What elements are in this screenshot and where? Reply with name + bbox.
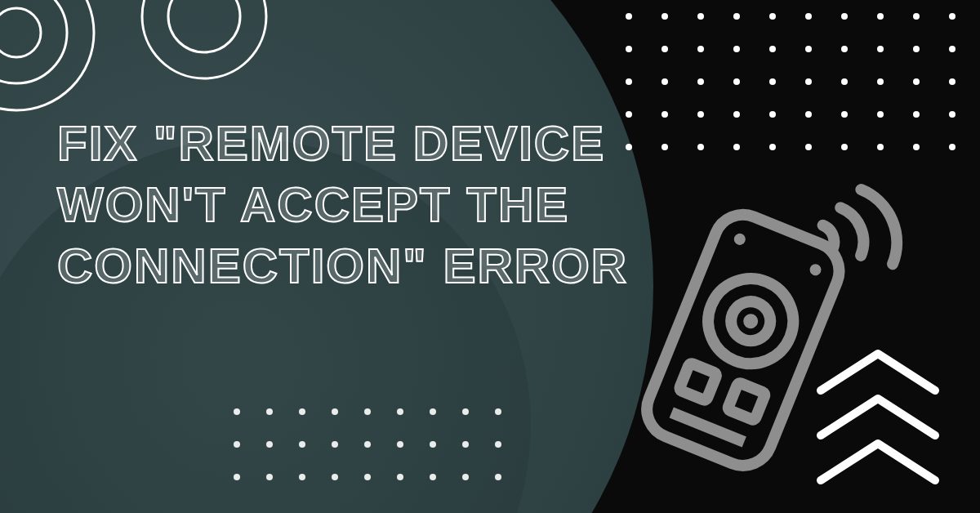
svg-point-1 xyxy=(0,0,67,83)
svg-point-58 xyxy=(332,408,338,415)
svg-point-32 xyxy=(877,78,884,85)
svg-point-54 xyxy=(949,144,956,150)
svg-point-4 xyxy=(168,0,240,52)
svg-point-40 xyxy=(805,111,812,118)
svg-point-23 xyxy=(913,46,920,52)
svg-point-17 xyxy=(697,46,704,52)
svg-point-77 xyxy=(364,474,371,480)
svg-point-14 xyxy=(949,13,956,20)
svg-point-27 xyxy=(697,78,704,85)
svg-point-74 xyxy=(266,474,273,480)
svg-point-33 xyxy=(913,78,920,85)
headline-text: FIX "REMOTE DEVICE WON'T ACCEPT THE CONN… xyxy=(57,113,686,297)
svg-point-38 xyxy=(733,111,740,118)
svg-point-31 xyxy=(841,78,848,85)
svg-point-2 xyxy=(0,8,41,57)
svg-point-67 xyxy=(332,441,338,448)
svg-point-63 xyxy=(495,408,501,415)
svg-point-62 xyxy=(462,408,469,415)
svg-point-12 xyxy=(877,13,884,20)
svg-point-59 xyxy=(364,408,371,415)
svg-point-61 xyxy=(430,408,436,415)
svg-point-6 xyxy=(662,13,668,20)
svg-point-20 xyxy=(805,46,812,52)
svg-point-25 xyxy=(626,78,632,85)
svg-point-79 xyxy=(430,474,436,480)
svg-point-56 xyxy=(266,408,273,415)
svg-point-43 xyxy=(913,111,920,118)
svg-point-22 xyxy=(877,46,884,52)
hero-banner: FIX "REMOTE DEVICE WON'T ACCEPT THE CONN… xyxy=(0,0,980,513)
svg-point-34 xyxy=(949,78,956,85)
svg-point-52 xyxy=(877,144,884,150)
svg-point-21 xyxy=(841,46,848,52)
svg-point-55 xyxy=(234,408,240,415)
svg-point-19 xyxy=(769,46,776,52)
svg-point-71 xyxy=(462,441,469,448)
svg-point-8 xyxy=(733,13,740,20)
concentric-rings-icon xyxy=(0,0,98,114)
svg-rect-89 xyxy=(728,382,766,421)
concentric-rings-icon xyxy=(139,0,270,82)
svg-point-72 xyxy=(495,441,501,448)
svg-point-66 xyxy=(299,441,305,448)
svg-point-87 xyxy=(741,311,760,330)
svg-point-68 xyxy=(364,441,371,448)
svg-point-41 xyxy=(841,111,848,118)
svg-point-42 xyxy=(877,111,884,118)
svg-point-84 xyxy=(808,262,822,277)
svg-point-70 xyxy=(430,441,436,448)
svg-point-65 xyxy=(266,441,273,448)
svg-point-0 xyxy=(0,0,94,110)
svg-point-51 xyxy=(841,144,848,150)
svg-point-29 xyxy=(769,78,776,85)
svg-point-81 xyxy=(495,474,501,480)
svg-point-28 xyxy=(733,78,740,85)
dot-grid-icon xyxy=(229,404,514,505)
svg-point-39 xyxy=(769,111,776,118)
svg-point-18 xyxy=(733,46,740,52)
svg-point-83 xyxy=(733,232,747,247)
svg-point-15 xyxy=(626,46,632,52)
svg-point-47 xyxy=(697,144,704,150)
svg-point-16 xyxy=(662,46,668,52)
svg-point-10 xyxy=(805,13,812,20)
svg-point-7 xyxy=(697,13,704,20)
svg-point-9 xyxy=(769,13,776,20)
svg-point-69 xyxy=(397,441,403,448)
svg-point-30 xyxy=(805,78,812,85)
svg-point-11 xyxy=(841,13,848,20)
svg-point-3 xyxy=(142,0,266,78)
svg-point-75 xyxy=(299,474,305,480)
svg-point-64 xyxy=(234,441,240,448)
svg-point-73 xyxy=(234,474,240,480)
svg-point-50 xyxy=(805,144,812,150)
svg-point-13 xyxy=(913,13,920,20)
svg-point-37 xyxy=(697,111,704,118)
svg-point-78 xyxy=(397,474,403,480)
svg-point-44 xyxy=(949,111,956,118)
svg-point-60 xyxy=(397,408,403,415)
svg-point-26 xyxy=(662,78,668,85)
svg-point-5 xyxy=(626,13,632,20)
svg-rect-88 xyxy=(679,363,717,401)
svg-point-24 xyxy=(949,46,956,52)
svg-point-76 xyxy=(332,474,338,480)
svg-point-53 xyxy=(913,144,920,150)
svg-point-80 xyxy=(462,474,469,480)
svg-point-57 xyxy=(299,408,305,415)
